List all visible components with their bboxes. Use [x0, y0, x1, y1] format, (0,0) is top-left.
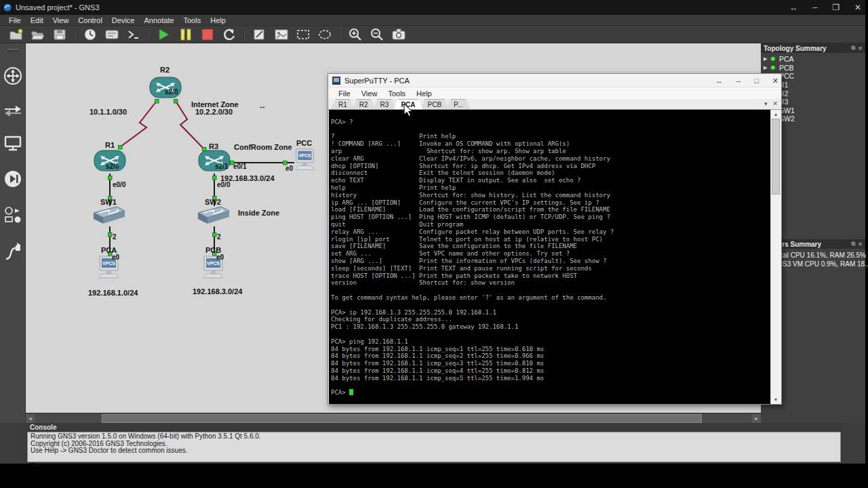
browse-switches-button[interactable]	[3, 103, 22, 121]
insert-picture-button[interactable]	[272, 26, 290, 43]
interface-labels-button[interactable]	[102, 26, 121, 43]
scroll-up-icon[interactable]: ▲	[771, 110, 781, 119]
annotation-confroom-net[interactable]: 192.168.33.0/24	[220, 174, 275, 182]
open-project-button[interactable]	[28, 26, 47, 43]
minimize-icon[interactable]: –	[812, 3, 817, 12]
scroll-right-icon[interactable]: ►	[752, 414, 761, 423]
zoom-out-button[interactable]	[368, 26, 386, 43]
maximize-icon[interactable]: ❐	[832, 3, 840, 12]
port-label-sw2-2: 2	[217, 233, 221, 241]
browse-all-devices-button[interactable]	[3, 206, 22, 226]
node-switch-sw1[interactable]	[92, 205, 126, 228]
console-prompt[interactable]: =>	[31, 462, 837, 469]
node-router-r3[interactable]	[198, 149, 231, 175]
node-pc-pcc[interactable]: VPCS	[292, 148, 317, 177]
gns3-menu-item[interactable]: Tools	[179, 16, 206, 25]
superputty-window: SuperPuTTY - PCA ↔ – □ ✕ FileViewToolsHe…	[328, 73, 782, 405]
canvas-hscroll-thumb[interactable]	[102, 414, 702, 423]
terminal-line: rlogin [ip] port Telnet to port on host …	[331, 236, 758, 243]
expander-icon[interactable]: ▶	[764, 56, 770, 62]
annotation-confroom-zone[interactable]: ConfRoom Zone	[234, 143, 292, 151]
snapshot-button[interactable]	[81, 26, 99, 43]
console-output[interactable]: Running GNS3 version 1.5.0 on Windows (6…	[27, 432, 841, 462]
gns3-menu-item[interactable]: View	[48, 16, 74, 25]
terminal-line: show [ARG ...] Print the information of …	[331, 258, 758, 265]
float-panel-icon[interactable]: ⧉	[852, 241, 856, 247]
reload-button[interactable]	[220, 26, 238, 43]
suspend-button[interactable]	[176, 26, 195, 43]
port-label-pca-e0: e0	[112, 253, 119, 261]
topology-summary-item[interactable]: ▶PCB	[761, 64, 865, 73]
terminal-line	[331, 382, 758, 389]
close-panel-icon[interactable]: ✕	[858, 45, 863, 52]
annotation-internet-net[interactable]: 10.2.2.0/30	[195, 108, 233, 116]
gns3-menu-item[interactable]: Edit	[26, 16, 48, 25]
terminal-scrollbar[interactable]: ▲ ▼	[770, 110, 781, 404]
add-link-button[interactable]	[3, 241, 22, 264]
pin-icon[interactable]: ↔	[715, 77, 723, 85]
tab-r2[interactable]: R2	[352, 99, 376, 109]
annotation-wan1-net[interactable]: 10.1.1.0/30	[90, 108, 127, 116]
terminal-line	[331, 331, 758, 338]
annotation-inside-zone[interactable]: Inside Zone	[238, 209, 279, 217]
start-button[interactable]	[155, 26, 173, 43]
topology-summary-item[interactable]: ▶PCA	[761, 55, 865, 64]
zoom-in-button[interactable]	[346, 26, 364, 43]
terminal-line: 84 bytes from 192.168.1.1 icmp_seq=1 ttl…	[331, 346, 758, 353]
superputty-menu-item[interactable]: Help	[412, 89, 437, 98]
terminal-line: ? Print help	[331, 133, 758, 140]
tab-dropdown-icon[interactable]: ▾	[764, 100, 768, 107]
close-panel-icon[interactable]: ✕	[858, 241, 863, 247]
browse-routers-button[interactable]	[3, 66, 22, 88]
terminal[interactable]: PCA> ?? Print help! COMMAND [ARG ...] In…	[329, 110, 781, 404]
scroll-left-icon[interactable]: ◄	[26, 414, 35, 423]
superputty-menu-item[interactable]: File	[334, 89, 355, 98]
superputty-menu-item[interactable]: View	[357, 89, 382, 98]
minimize-icon[interactable]: –	[736, 77, 741, 85]
tab-pcc[interactable]: P...	[446, 99, 471, 109]
browse-security-devices-button[interactable]	[3, 169, 22, 191]
terminal-line: To get command syntax help, please enter…	[331, 294, 758, 302]
terminal-line: quit Quit program	[331, 221, 758, 228]
gns3-menu-item[interactable]: Device	[107, 16, 140, 25]
expander-icon[interactable]: ▶	[764, 65, 770, 70]
browse-end-devices-button[interactable]	[3, 136, 22, 155]
superputty-logo-icon	[332, 77, 340, 85]
gns3-menu-item[interactable]: Control	[73, 16, 106, 25]
annotation-arrow[interactable]: ↔	[258, 101, 267, 110]
annotation-lan-a-net[interactable]: 192.168.1.0/24	[88, 289, 138, 297]
draw-ellipse-button[interactable]	[315, 26, 334, 43]
terminal-line: ! COMMAND [ARG ...] Invoke an OS COMMAND…	[331, 140, 758, 148]
console-connect-button[interactable]	[124, 26, 142, 43]
tab-pcb[interactable]: PCB	[420, 99, 450, 109]
annotation-lan-b-net[interactable]: 192.168.3.0/24	[193, 287, 242, 296]
tab-close-icon[interactable]: ✕	[772, 100, 778, 107]
superputty-titlebar[interactable]: SuperPuTTY - PCA ↔ – □ ✕	[328, 74, 781, 87]
float-panel-icon[interactable]: ⧉	[852, 45, 856, 52]
node-switch-sw2[interactable]	[197, 205, 231, 228]
canvas-horizontal-scrollbar[interactable]: ◄ ►	[26, 413, 761, 423]
terminal-prompt-line[interactable]: PCA>	[331, 389, 758, 396]
save-project-button[interactable]	[50, 26, 68, 43]
port-label-pcb-e0: e0	[216, 253, 224, 261]
scroll-down-icon[interactable]: ▼	[771, 395, 781, 404]
stop-button[interactable]	[198, 26, 216, 43]
terminal-line: PCA> ping 192.168.1.1	[331, 338, 758, 346]
toolbar-grip[interactable]	[7, 49, 18, 52]
new-project-button[interactable]	[7, 26, 25, 43]
superputty-menu-item[interactable]: Tools	[383, 89, 410, 98]
gns3-menu-item[interactable]: Help	[205, 16, 231, 25]
screenshot-button[interactable]	[389, 26, 408, 43]
close-icon[interactable]: ✕	[854, 3, 861, 12]
node-router-r1[interactable]	[94, 149, 126, 175]
add-note-button[interactable]	[250, 26, 269, 43]
gns3-menu-item[interactable]: File	[4, 16, 26, 25]
gns3-menu-item[interactable]: Annotate	[139, 16, 178, 25]
close-icon[interactable]: ✕	[772, 77, 778, 85]
maximize-icon[interactable]: □	[754, 77, 759, 85]
tab-r3[interactable]: R3	[373, 99, 397, 109]
tab-r1[interactable]: R1	[331, 99, 355, 109]
pin-icon[interactable]: ↔	[789, 3, 797, 12]
draw-rectangle-button[interactable]	[294, 26, 312, 43]
terminal-scroll-thumb[interactable]	[772, 119, 780, 195]
